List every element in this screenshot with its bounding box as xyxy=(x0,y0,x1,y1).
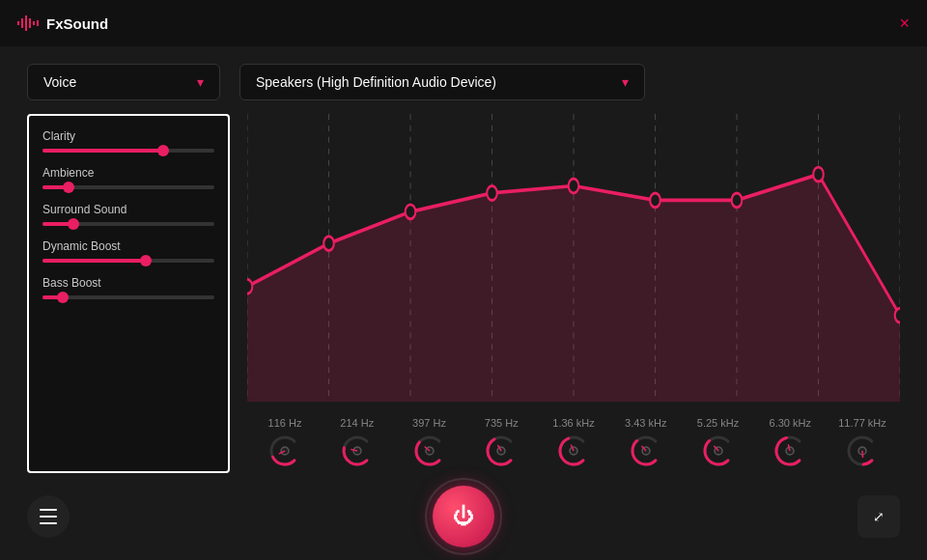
eq-knob-svg-5[interactable] xyxy=(628,433,664,469)
eq-band-8: 11.77 kHz xyxy=(829,417,896,469)
svg-line-42 xyxy=(862,451,863,458)
device-chevron-icon: ▾ xyxy=(622,74,629,90)
slider-fill-3 xyxy=(42,259,146,263)
eq-band-7: 6.30 kHz xyxy=(756,417,824,469)
expand-button[interactable]: ⤢ xyxy=(857,495,900,538)
app-title: FxSound xyxy=(46,15,108,32)
slider-thumb-1[interactable] xyxy=(63,182,74,193)
eq-band-1: 214 Hz xyxy=(323,417,391,469)
svg-point-16 xyxy=(247,279,252,294)
eq-freq-label-5: 3.43 kHz xyxy=(625,417,666,429)
eq-knob-svg-2[interactable] xyxy=(411,433,448,469)
eq-freq-label-1: 214 Hz xyxy=(340,417,374,429)
power-button[interactable]: ⏻ xyxy=(433,486,494,547)
eq-knob-svg-0[interactable] xyxy=(267,433,303,469)
eq-curve-svg xyxy=(247,114,900,402)
title-bar: FxSound × xyxy=(0,0,927,46)
expand-icon: ⤢ xyxy=(873,509,885,524)
eq-area: 116 Hz214 Hz397 Hz735 Hz1.36 kHz3.43 kHz… xyxy=(247,114,900,473)
eq-band-6: 5.25 kHz xyxy=(685,417,752,469)
slider-label-1: Ambience xyxy=(42,166,214,180)
slider-track-2[interactable] xyxy=(42,222,214,226)
svg-point-22 xyxy=(732,193,743,208)
waveform-icon xyxy=(17,14,39,32)
eq-freq-label-0: 116 Hz xyxy=(268,417,302,429)
preset-label: Voice xyxy=(43,74,76,90)
dropdowns-row: Voice ▾ Speakers (High Definition Audio … xyxy=(27,64,900,100)
slider-label-2: Surround Sound xyxy=(42,203,214,216)
svg-rect-4 xyxy=(33,21,35,25)
slider-track-1[interactable] xyxy=(42,185,214,189)
svg-rect-3 xyxy=(29,18,31,28)
slider-label-0: Clarity xyxy=(42,129,214,143)
svg-point-18 xyxy=(406,205,416,219)
slider-row-bass-boost: Bass Boost xyxy=(42,276,214,299)
eq-band-5: 3.43 kHz xyxy=(612,417,680,469)
eq-chart xyxy=(247,114,900,402)
slider-thumb-3[interactable] xyxy=(140,255,152,266)
eq-knob-svg-7[interactable] xyxy=(772,433,808,469)
eq-knob-svg-6[interactable] xyxy=(700,433,737,469)
slider-thumb-4[interactable] xyxy=(57,292,69,303)
eq-knob-svg-4[interactable] xyxy=(555,433,592,469)
slider-row-clarity: Clarity xyxy=(42,129,214,153)
slider-label-4: Bass Boost xyxy=(42,276,214,290)
svg-point-21 xyxy=(650,193,660,208)
svg-rect-0 xyxy=(17,21,19,25)
device-dropdown[interactable]: Speakers (High Definition Audio Device) … xyxy=(239,64,645,100)
slider-track-4[interactable] xyxy=(42,295,214,299)
slider-fill-0 xyxy=(42,149,163,153)
svg-marker-15 xyxy=(247,175,900,402)
preset-chevron-icon: ▾ xyxy=(197,74,204,90)
menu-button[interactable] xyxy=(27,495,70,538)
slider-row-ambience: Ambience xyxy=(42,166,214,189)
eq-knobs-row: 116 Hz214 Hz397 Hz735 Hz1.36 kHz3.43 kHz… xyxy=(247,411,900,473)
power-button-outer: ⏻ xyxy=(425,478,502,555)
svg-rect-5 xyxy=(37,20,39,26)
eq-freq-label-2: 397 Hz xyxy=(412,417,446,429)
eq-band-2: 397 Hz xyxy=(396,417,464,469)
eq-freq-label-7: 6.30 kHz xyxy=(770,417,811,429)
svg-point-20 xyxy=(569,179,579,193)
eq-band-3: 735 Hz xyxy=(467,417,535,469)
slider-track-3[interactable] xyxy=(42,259,214,263)
slider-thumb-0[interactable] xyxy=(157,145,169,156)
eq-knob-svg-8[interactable] xyxy=(844,433,881,469)
svg-point-19 xyxy=(487,186,497,201)
svg-rect-2 xyxy=(25,15,27,31)
app-logo: FxSound xyxy=(17,14,108,32)
slider-track-0[interactable] xyxy=(42,149,214,153)
eq-freq-label-3: 735 Hz xyxy=(485,417,519,429)
preset-dropdown[interactable]: Voice ▾ xyxy=(27,64,220,100)
eq-freq-label-6: 5.25 kHz xyxy=(697,417,739,429)
eq-freq-label-8: 11.77 kHz xyxy=(838,417,886,429)
sliders-panel: ClarityAmbienceSurround SoundDynamic Boo… xyxy=(27,114,230,473)
main-area: Voice ▾ Speakers (High Definition Audio … xyxy=(0,46,927,473)
close-button[interactable]: × xyxy=(899,14,910,32)
eq-band-4: 1.36 kHz xyxy=(540,417,607,469)
bottom-bar: ⏻ ⤢ xyxy=(0,473,927,560)
slider-label-3: Dynamic Boost xyxy=(42,239,214,253)
eq-band-0: 116 Hz xyxy=(251,417,319,469)
svg-point-17 xyxy=(323,237,334,251)
svg-point-24 xyxy=(895,308,900,322)
content-row: ClarityAmbienceSurround SoundDynamic Boo… xyxy=(27,114,900,473)
slider-row-dynamic-boost: Dynamic Boost xyxy=(42,239,214,263)
eq-knob-svg-1[interactable] xyxy=(339,433,376,469)
eq-freq-label-4: 1.36 kHz xyxy=(552,417,594,429)
power-icon: ⏻ xyxy=(453,504,474,529)
slider-thumb-2[interactable] xyxy=(68,218,79,230)
svg-rect-1 xyxy=(21,18,23,28)
svg-point-23 xyxy=(813,167,824,182)
eq-knob-svg-3[interactable] xyxy=(483,433,520,469)
device-label: Speakers (High Definition Audio Device) xyxy=(256,74,496,90)
slider-row-surround-sound: Surround Sound xyxy=(42,203,214,226)
